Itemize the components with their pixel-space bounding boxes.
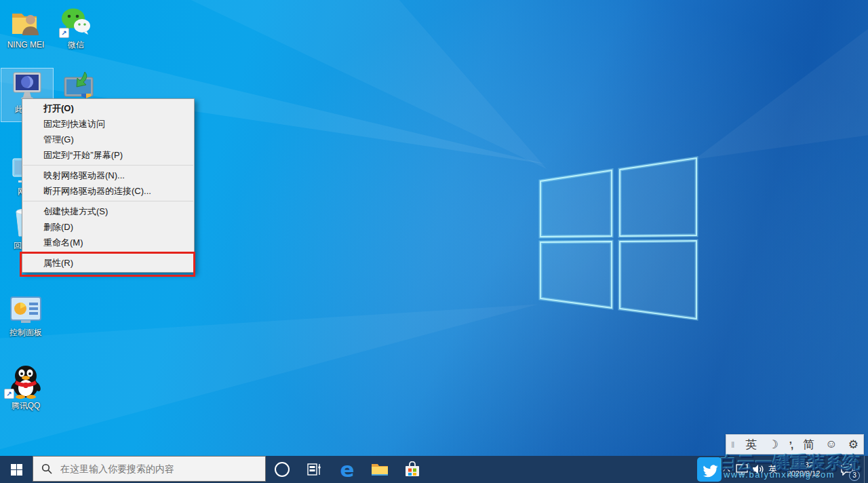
taskbar: e xyxy=(0,456,868,483)
twitter-icon xyxy=(697,457,722,482)
tray-expand-button[interactable] xyxy=(720,456,732,483)
file-explorer-button[interactable] xyxy=(363,456,396,483)
menu-item-delete[interactable]: 删除(D) xyxy=(22,219,194,235)
monitor-tray-icon xyxy=(736,464,748,475)
menu-item-map-network-drive[interactable]: 映射网络驱动器(N)... xyxy=(22,168,194,183)
start-button[interactable] xyxy=(0,456,33,483)
file-explorer-icon xyxy=(371,462,389,477)
qq-penguin-icon: ↗ xyxy=(0,360,52,399)
chevron-up-icon xyxy=(722,467,730,472)
tray-hardware-button[interactable] xyxy=(734,456,750,483)
twitter-button[interactable] xyxy=(696,456,723,483)
icon-label: 微信 xyxy=(50,40,102,50)
windows-start-icon xyxy=(11,464,22,476)
menu-item-pin-to-start[interactable]: 固定到“开始”屏幕(P) xyxy=(22,147,194,163)
ime-language-bar[interactable]: ‖ 英 ☽ ’, 简 ☺ ⚙ xyxy=(726,434,864,455)
desktop-icon-ning-mei[interactable]: NING MEI xyxy=(0,4,52,50)
icon-label: NING MEI xyxy=(0,40,52,50)
edge-browser-icon: e xyxy=(340,459,354,480)
desktop-screen: NING MEI ↗ 微信 xyxy=(0,0,868,483)
search-icon xyxy=(41,463,52,474)
ime-drag-handle[interactable]: ‖ xyxy=(731,440,734,450)
punctuation-mode-icon[interactable]: ’, xyxy=(789,439,792,450)
control-panel-icon xyxy=(0,292,52,326)
menu-item-create-shortcut[interactable]: 创建快捷方式(S) xyxy=(22,204,194,219)
wechat-icon: ↗ xyxy=(50,4,102,38)
menu-separator xyxy=(23,165,193,166)
ime-charset-simplified[interactable]: 简 xyxy=(803,437,814,452)
menu-separator xyxy=(23,201,193,201)
desktop-icon-wechat[interactable]: ↗ 微信 xyxy=(50,4,102,50)
cortana-circle-icon xyxy=(275,462,290,477)
menu-item-open[interactable]: 打开(O) xyxy=(22,100,194,116)
fullwidth-moon-icon[interactable]: ☽ xyxy=(768,438,778,452)
menu-item-rename[interactable]: 重命名(M) xyxy=(22,235,194,250)
windows-logo-wallpaper xyxy=(529,149,705,329)
annotation-highlight-box xyxy=(20,252,195,277)
taskbar-search[interactable] xyxy=(33,456,266,482)
action-center-button[interactable]: 3 xyxy=(833,456,861,483)
ime-indicator-label: 英 xyxy=(769,463,778,476)
task-view-button[interactable] xyxy=(298,456,331,483)
cortana-button[interactable] xyxy=(266,456,298,483)
this-pc-icon xyxy=(1,69,53,102)
shortcut-arrow-icon: ↗ xyxy=(4,389,14,399)
edge-button[interactable]: e xyxy=(331,456,363,483)
shortcut-arrow-icon: ↗ xyxy=(59,28,69,38)
menu-item-pin-quick-access[interactable]: 固定到快速访问 xyxy=(22,116,194,132)
task-view-icon xyxy=(307,463,322,476)
context-menu: 打开(O) 固定到快速访问 管理(G) 固定到“开始”屏幕(P) 映射网络驱动器… xyxy=(22,98,195,273)
menu-item-disconnect-network-drive[interactable]: 断开网络驱动器的连接(C)... xyxy=(22,183,194,199)
desktop-icon-control-panel[interactable]: 控制面板 xyxy=(0,292,52,337)
taskbar-clock[interactable]: 22:32 2020/9/12 xyxy=(781,456,826,483)
clock-time: 22:32 xyxy=(794,461,813,469)
show-desktop-button[interactable] xyxy=(864,456,868,483)
icon-label: 腾讯QQ xyxy=(0,401,52,410)
desktop-icon-qq[interactable]: ↗ 腾讯QQ xyxy=(0,360,52,410)
tray-volume-button[interactable] xyxy=(750,456,766,483)
menu-item-manage[interactable]: 管理(G) xyxy=(22,132,194,147)
microsoft-store-icon xyxy=(404,461,420,478)
icon-label: 控制面板 xyxy=(0,328,52,337)
ime-language-en[interactable]: 英 xyxy=(745,437,757,452)
ime-settings-gear-icon[interactable]: ⚙ xyxy=(848,438,859,452)
clock-date: 2020/9/12 xyxy=(787,469,821,478)
speaker-icon xyxy=(752,464,764,475)
search-input[interactable] xyxy=(59,463,252,475)
notification-count-badge: 3 xyxy=(849,470,860,481)
microsoft-store-button[interactable] xyxy=(396,456,429,483)
user-folder-icon xyxy=(0,4,52,38)
tray-ime-indicator[interactable]: 英 xyxy=(765,456,781,483)
emoji-panel-icon[interactable]: ☺ xyxy=(825,438,837,451)
